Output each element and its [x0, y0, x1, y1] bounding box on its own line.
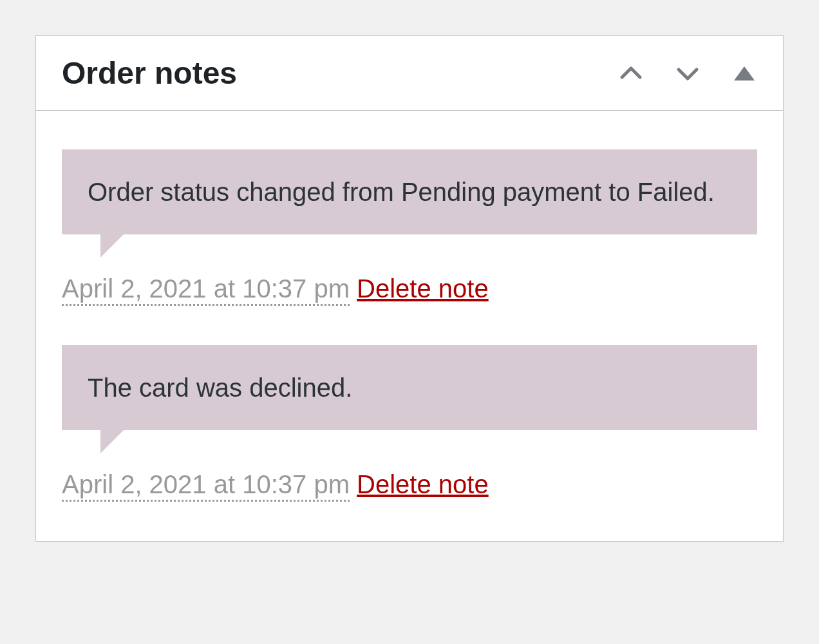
note-content: The card was declined.	[62, 345, 757, 430]
note-meta: April 2, 2021 at 10:37 pm Delete note	[62, 270, 757, 307]
delete-note-link[interactable]: Delete note	[357, 470, 489, 498]
note-item: Order status changed from Pending paymen…	[62, 149, 757, 307]
toggle-panel-icon[interactable]	[731, 61, 757, 86]
panel-header: Order notes	[36, 36, 783, 111]
panel-body: Order status changed from Pending paymen…	[36, 111, 783, 502]
move-down-icon[interactable]	[675, 61, 701, 86]
move-up-icon[interactable]	[618, 61, 644, 86]
note-content: Order status changed from Pending paymen…	[62, 149, 757, 234]
note-date: April 2, 2021 at 10:37 pm	[62, 470, 350, 502]
note-date: April 2, 2021 at 10:37 pm	[62, 274, 350, 306]
panel-title: Order notes	[62, 55, 237, 91]
panel-controls	[618, 61, 757, 86]
order-notes-panel: Order notes Order status changed from Pe…	[35, 35, 784, 542]
note-meta: April 2, 2021 at 10:37 pm Delete note	[62, 466, 757, 502]
note-item: The card was declined. April 2, 2021 at …	[62, 345, 757, 502]
delete-note-link[interactable]: Delete note	[357, 274, 489, 303]
